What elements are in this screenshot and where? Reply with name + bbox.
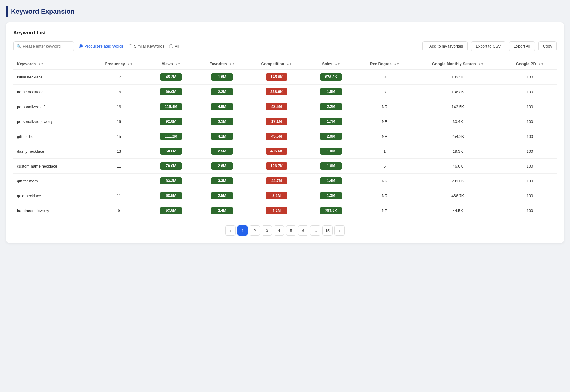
cell-competition-0: 145.6K (247, 69, 306, 85)
cell-google-monthly-5: 19.3K (413, 144, 503, 159)
badge-sales-0: 878.3K (320, 73, 342, 81)
cell-keyword-7: gift for mom (13, 174, 92, 188)
badge-views-3: 92.8M (160, 118, 182, 125)
badge-sales-3: 1.7M (320, 118, 342, 125)
badge-sales-7: 1.4M (320, 177, 342, 184)
sort-favorites-icon[interactable]: ▲▼ (229, 63, 235, 65)
col-header-views[interactable]: Views ▲▼ (146, 58, 196, 69)
page-6-button[interactable]: 6 (298, 225, 308, 236)
ellipsis: ... (310, 225, 320, 236)
radio-product-related[interactable]: Product-related Words (79, 44, 124, 48)
page-3-button[interactable]: 3 (262, 225, 272, 236)
badge-competition-9: 4.2M (266, 207, 287, 214)
cell-favorites-3: 3.5M (196, 114, 247, 129)
cell-competition-8: 2.1M (247, 188, 306, 203)
table-row: handmade jewelry 9 53.5M 2.4M 4.2M 783.9… (13, 203, 557, 218)
export-all-button[interactable]: Export All (509, 41, 535, 51)
cell-google-monthly-0: 133.5K (413, 69, 503, 85)
col-header-google-monthly[interactable]: Google Monthly Search ▲▼ (413, 58, 503, 69)
cell-favorites-4: 4.1M (196, 129, 247, 144)
page-15-button[interactable]: 15 (322, 225, 333, 236)
col-header-sales[interactable]: Sales ▲▼ (306, 58, 357, 69)
badge-views-4: 111.2M (160, 133, 182, 140)
cell-views-3: 92.8M (146, 114, 196, 129)
cell-google-monthly-7: 201.0K (413, 174, 503, 188)
sort-rec-icon[interactable]: ▲▼ (394, 63, 399, 65)
badge-favorites-8: 2.5M (211, 192, 233, 199)
col-header-favorites[interactable]: Favorites ▲▼ (196, 58, 247, 69)
cell-keyword-4: gift for her (13, 129, 92, 144)
cell-frequency-6: 11 (92, 159, 146, 174)
badge-views-7: 83.2M (160, 177, 182, 184)
badge-views-9: 53.5M (160, 207, 182, 214)
cell-competition-3: 17.1M (247, 114, 306, 129)
badge-competition-3: 17.1M (266, 118, 287, 125)
cell-favorites-7: 3.3M (196, 174, 247, 188)
cell-views-6: 78.0M (146, 159, 196, 174)
cell-rec-8: NR (357, 188, 413, 203)
cell-frequency-4: 15 (92, 129, 146, 144)
col-header-frequency[interactable]: Frequency ▲▼ (92, 58, 146, 69)
cell-views-4: 111.2M (146, 129, 196, 144)
table-row: gift for her 15 111.2M 4.1M 45.6M 2.0M N… (13, 129, 557, 144)
radio-all[interactable]: All (169, 44, 179, 48)
sort-sales-icon[interactable]: ▲▼ (335, 63, 340, 65)
copy-button[interactable]: Copy (538, 41, 557, 51)
sort-competition-icon[interactable]: ▲▼ (287, 63, 292, 65)
cell-google-monthly-2: 143.5K (413, 99, 503, 114)
cell-frequency-1: 16 (92, 85, 146, 99)
cell-rec-1: 3 (357, 85, 413, 99)
cell-competition-5: 405.6K (247, 144, 306, 159)
sort-frequency-icon[interactable]: ▲▼ (127, 63, 133, 65)
sort-keywords-icon[interactable]: ▲▼ (38, 63, 44, 65)
prev-page-button[interactable]: ‹ (225, 225, 236, 236)
cell-frequency-9: 9 (92, 203, 146, 218)
cell-rec-9: NR (357, 203, 413, 218)
page-5-button[interactable]: 5 (286, 225, 296, 236)
sort-googlepd-icon[interactable]: ▲▼ (538, 63, 544, 65)
cell-google-pd-2: 100 (503, 99, 557, 114)
add-favorites-button[interactable]: +Add to my favorites (422, 41, 468, 51)
cell-competition-1: 228.6K (247, 85, 306, 99)
export-csv-button[interactable]: Export to CSV (471, 41, 505, 51)
badge-views-2: 119.4M (160, 103, 182, 110)
cell-sales-8: 1.3M (306, 188, 357, 203)
cell-keyword-3: personalized jewelry (13, 114, 92, 129)
badge-favorites-1: 2.2M (211, 88, 233, 95)
cell-favorites-6: 2.6M (196, 159, 247, 174)
search-input[interactable] (13, 41, 74, 51)
page-4-button[interactable]: 4 (274, 225, 284, 236)
cell-views-1: 69.0M (146, 85, 196, 99)
cell-frequency-2: 16 (92, 99, 146, 114)
next-page-button[interactable]: › (334, 225, 345, 236)
table-row: name necklace 16 69.0M 2.2M 228.6K 1.5M … (13, 85, 557, 99)
cell-competition-4: 45.6M (247, 129, 306, 144)
cell-google-monthly-9: 44.5K (413, 203, 503, 218)
page-2-button[interactable]: 2 (250, 225, 260, 236)
cell-google-pd-1: 100 (503, 85, 557, 99)
cell-keyword-1: name necklace (13, 85, 92, 99)
title-accent (6, 6, 8, 17)
cell-google-pd-0: 100 (503, 69, 557, 85)
col-header-competition[interactable]: Competition ▲▼ (247, 58, 306, 69)
page-title: Keyword Expansion (11, 8, 75, 15)
sort-views-icon[interactable]: ▲▼ (175, 63, 180, 65)
cell-favorites-5: 2.5M (196, 144, 247, 159)
cell-sales-4: 2.0M (306, 129, 357, 144)
cell-keyword-8: gold necklace (13, 188, 92, 203)
badge-competition-4: 45.6M (266, 133, 287, 140)
col-header-google-pd[interactable]: Google PD ▲▼ (503, 58, 557, 69)
cell-sales-7: 1.4M (306, 174, 357, 188)
badge-competition-7: 44.7M (266, 177, 287, 184)
keywords-table: Keywords ▲▼ Frequency ▲▼ Views ▲▼ Favori… (13, 58, 557, 218)
cell-views-5: 58.6M (146, 144, 196, 159)
badge-favorites-6: 2.6M (211, 162, 233, 170)
col-header-rec-degree[interactable]: Rec Degree ▲▼ (357, 58, 413, 69)
badge-favorites-2: 4.6M (211, 103, 233, 110)
radio-similar-keywords[interactable]: Similar Keywords (129, 44, 164, 48)
page-1-button[interactable]: 1 (237, 225, 248, 236)
sort-google-monthly-icon[interactable]: ▲▼ (478, 63, 484, 65)
badge-favorites-9: 2.4M (211, 207, 233, 214)
cell-favorites-9: 2.4M (196, 203, 247, 218)
col-header-keywords[interactable]: Keywords ▲▼ (13, 58, 92, 69)
